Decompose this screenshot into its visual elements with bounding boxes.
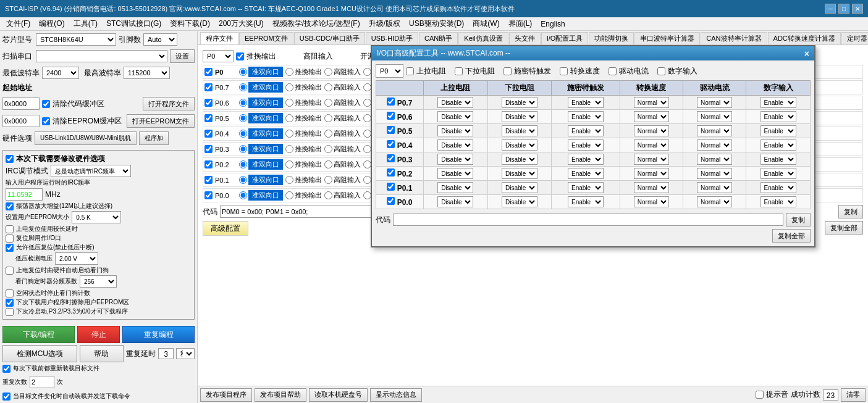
adv-pullup-header-check[interactable]	[406, 67, 414, 75]
copy-button-main[interactable]: 复制	[838, 205, 863, 218]
adv-drive-sel-P0.1[interactable]: NormalFast	[697, 182, 732, 193]
adv-speed-header-check[interactable]	[560, 67, 568, 75]
pin-mode-radio-P0.6[interactable]: 准双向口	[239, 98, 283, 108]
pin-highz-radio-P0.1[interactable]: 高阻输入	[324, 175, 361, 185]
clear-eeprom-checkbox[interactable]	[42, 117, 50, 125]
copy-all-button-main[interactable]: 复制全部	[825, 221, 863, 235]
pin-mode-radio-P0.7[interactable]: 准双向口	[239, 82, 283, 93]
hw-tab2-button[interactable]: 程序加	[139, 131, 169, 145]
low-volt-select[interactable]: 2.00 V	[55, 252, 98, 265]
watchdog-div-select[interactable]: 256	[80, 275, 117, 288]
reset-p1-checkbox[interactable]	[6, 235, 14, 243]
adv-digital-sel-P0.1[interactable]: EnableDisable	[761, 182, 796, 193]
download-button[interactable]: 下载/编程	[2, 326, 75, 343]
menu-usb[interactable]: USB驱动安装(D)	[405, 17, 468, 30]
adv-speed-sel-P0.5[interactable]: NormalFast	[634, 125, 669, 136]
hw-tab1-button[interactable]: USB-Link1D/U8W/U8W-Mini脱机	[35, 131, 137, 145]
tab-func-switch[interactable]: 功能脚切换	[589, 32, 634, 44]
adv-pullup-sel-P0.4[interactable]: DisableEnable	[437, 139, 473, 151]
pin-pushpull-radio-P0.4[interactable]: 推挽输出	[285, 129, 322, 138]
adv-digital-sel-P0.4[interactable]: EnableDisable	[761, 139, 796, 151]
adv-speed-sel-P0.1[interactable]: NormalFast	[634, 182, 669, 193]
adv-pulldown-sel-P0.5[interactable]: DisableEnable	[502, 125, 537, 136]
stop-button[interactable]: 停止	[77, 326, 120, 343]
adv-pullup-sel-P0.3[interactable]: DisableEnable	[437, 154, 473, 165]
tab-header[interactable]: 头文件	[509, 32, 541, 44]
adv-pulldown-sel-P0.2[interactable]: DisableEnable	[502, 168, 537, 179]
adv-pulldown-sel-P0.1[interactable]: DisableEnable	[502, 182, 537, 193]
adv-schmitt-header-check[interactable]	[504, 67, 512, 75]
port-select[interactable]: P0P1P2P3	[203, 50, 234, 62]
adv-schmitt-sel-P0.7[interactable]: EnableDisable	[568, 97, 604, 108]
pin-check-P0[interactable]	[204, 68, 213, 76]
adv-pin-check-P0.6[interactable]	[387, 112, 395, 120]
tab-adc[interactable]: ADC转换速度计算器	[768, 32, 841, 44]
adv-config-button[interactable]: 高级配置	[203, 221, 248, 236]
pin-highz-radio-P0.7[interactable]: 高阻输入	[324, 83, 361, 92]
adv-pin-check-P0.0[interactable]	[387, 197, 395, 205]
adv-pin-check-P0.4[interactable]	[387, 140, 395, 148]
adv-pin-check-P0.7[interactable]	[387, 98, 395, 106]
port-all-check[interactable]	[236, 52, 244, 60]
tab-program-file[interactable]: 程序文件	[200, 32, 238, 45]
tab-keil[interactable]: Keil仿真设置	[458, 32, 508, 44]
pin-pushpull-radio-P0.5[interactable]: 推挽输出	[285, 114, 322, 123]
dialog-copy-button[interactable]: 复制	[786, 213, 811, 226]
pin-check-P0.6[interactable]	[204, 99, 213, 107]
adv-schmitt-sel-P0.6[interactable]: EnableDisable	[568, 111, 604, 122]
adv-pin-check-P0.3[interactable]	[387, 154, 395, 162]
pin-count-select[interactable]: Auto	[143, 33, 177, 46]
adv-pulldown-sel-P0.7[interactable]: DisableEnable	[502, 97, 537, 108]
irc-freq-input[interactable]	[6, 188, 43, 201]
adv-pullup-sel-P0.0[interactable]: DisableEnable	[437, 196, 473, 207]
adv-speed-sel-P0.3[interactable]: NormalFast	[634, 154, 669, 165]
adv-digital-sel-P0.7[interactable]: EnableDisable	[761, 97, 796, 108]
tab-serial-baud[interactable]: 串口波特率计算器	[634, 32, 700, 44]
sound-checkbox[interactable]	[756, 391, 764, 399]
menu-shop[interactable]: 商城(W)	[469, 17, 503, 30]
publish-help-button[interactable]: 发布项目帮助	[255, 388, 306, 402]
adv-pulldown-sel-P0.6[interactable]: DisableEnable	[502, 111, 537, 122]
pin-check-P0.4[interactable]	[204, 130, 213, 138]
pin-highz-radio-P0.4[interactable]: 高阻输入	[324, 129, 361, 138]
addr2-input[interactable]	[2, 115, 40, 127]
scan-port-select[interactable]	[36, 50, 167, 62]
pin-pushpull-radio-P0.2[interactable]: 推挽输出	[285, 160, 322, 169]
tab-usb-hid[interactable]: USB-HID助手	[366, 32, 418, 44]
adv-schmitt-sel-P0.3[interactable]: EnableDisable	[568, 154, 604, 165]
tab-io-config[interactable]: I/O配置工具	[541, 32, 589, 44]
pin-highz-radio-P0.2[interactable]: 高阻输入	[324, 160, 361, 169]
check-mcu-button[interactable]: 检测MCU选项	[2, 345, 77, 362]
oscillator-checkbox[interactable]	[6, 202, 14, 210]
start-addr-input[interactable]	[2, 98, 40, 110]
adv-pullup-sel-P0.2[interactable]: DisableEnable	[437, 168, 473, 179]
reload-checkbox[interactable]	[2, 365, 11, 373]
adv-schmitt-sel-P0.4[interactable]: EnableDisable	[568, 139, 604, 151]
pin-pushpull-radio-P0.6[interactable]: 推挽输出	[285, 98, 322, 107]
clear-code-checkbox[interactable]	[42, 100, 50, 108]
pin-mode-radio-P0.2[interactable]: 准双向口	[239, 159, 283, 170]
menu-prize[interactable]: 200万大奖(U)	[215, 17, 268, 30]
adv-digital-sel-P0.3[interactable]: EnableDisable	[761, 154, 796, 165]
clear-count-button[interactable]: 清零	[841, 388, 866, 402]
adv-speed-sel-P0.4[interactable]: NormalFast	[634, 139, 669, 151]
min-baud-select[interactable]: 2400	[42, 67, 79, 79]
reset-long-delay-checkbox[interactable]	[6, 225, 14, 233]
pin-mode-radio-P0[interactable]: 准双向口	[239, 67, 283, 77]
adv-drive-sel-P0.2[interactable]: NormalFast	[697, 168, 732, 179]
pin-mode-radio-P0.1[interactable]: 准双向口	[239, 175, 283, 185]
adv-pulldown-header-check[interactable]	[455, 67, 463, 75]
adv-drive-sel-P0.0[interactable]: NormalFast	[697, 196, 732, 207]
pin-pushpull-radio-P0.0[interactable]: 推挽输出	[285, 191, 322, 200]
adv-pullup-sel-P0.7[interactable]: DisableEnable	[437, 97, 473, 108]
menu-download[interactable]: 资料下载(D)	[166, 17, 214, 30]
tab-eeprom-file[interactable]: EEPROM文件	[239, 32, 293, 44]
adv-pin-check-P0.1[interactable]	[387, 183, 395, 191]
adv-pullup-sel-P0.1[interactable]: DisableEnable	[437, 182, 473, 193]
read-disk-button[interactable]: 读取本机硬盘号	[309, 388, 368, 402]
tab-usb-cdc[interactable]: USB-CDC/串口助手	[294, 32, 365, 44]
adv-schmitt-sel-P0.5[interactable]: EnableDisable	[568, 125, 604, 136]
adv-pullup-sel-P0.6[interactable]: DisableEnable	[437, 111, 473, 122]
help-button[interactable]: 帮助	[80, 345, 124, 362]
repeat-count-input[interactable]	[30, 376, 54, 388]
